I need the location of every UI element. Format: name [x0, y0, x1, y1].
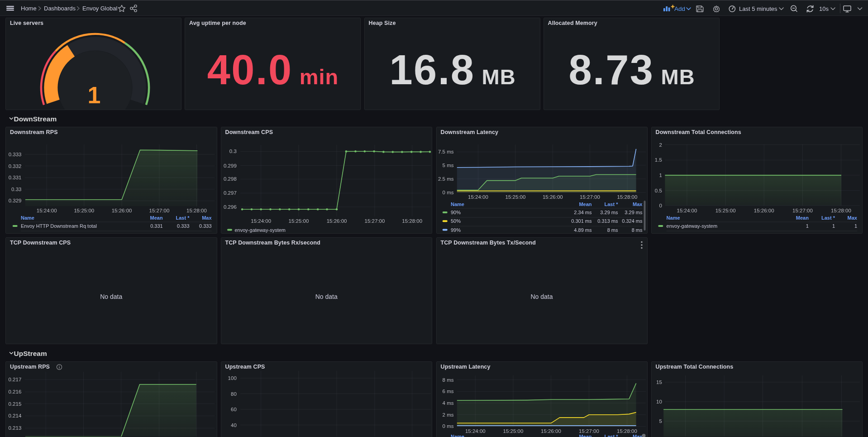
svg-text:0.332: 0.332 [9, 163, 22, 169]
svg-text:4 ms: 4 ms [442, 400, 453, 406]
svg-text:8 ms: 8 ms [442, 377, 453, 383]
svg-text:0.298: 0.298 [224, 176, 237, 182]
svg-text:15:25:00: 15:25:00 [503, 428, 523, 434]
svg-text:Last 5 minutes: Last 5 minutes [739, 5, 777, 12]
svg-text:15:27:00: 15:27:00 [149, 208, 170, 213]
svg-text:0 ms: 0 ms [442, 423, 453, 429]
svg-text:3.29 ms: 3.29 ms [600, 210, 618, 215]
svg-text:0.3: 0.3 [229, 149, 236, 154]
svg-text:4.89 ms: 4.89 ms [574, 227, 592, 233]
svg-text:0.217: 0.217 [9, 377, 22, 382]
svg-text:1: 1 [659, 173, 662, 178]
svg-text:Dashboards: Dashboards [44, 5, 76, 12]
svg-text:15:26:00: 15:26:00 [541, 428, 561, 434]
svg-text:8 ms: 8 ms [607, 227, 618, 233]
svg-text:Home: Home [21, 5, 37, 12]
svg-text:1: 1 [88, 82, 101, 108]
svg-text:80: 80 [231, 391, 237, 397]
svg-text:0.333: 0.333 [9, 152, 22, 157]
svg-text:DownStream: DownStream [14, 115, 57, 123]
svg-text:2.34 ms: 2.34 ms [574, 210, 592, 215]
svg-text:15:27:00: 15:27:00 [364, 218, 385, 224]
svg-text:15:28:00: 15:28:00 [186, 208, 207, 213]
svg-text:3.29 ms: 3.29 ms [625, 210, 643, 215]
svg-text:Name: Name [451, 202, 464, 207]
svg-text:10: 10 [656, 399, 662, 404]
svg-text:40.0min: 40.0min [207, 47, 339, 93]
svg-text:Last *: Last * [821, 215, 835, 221]
svg-text:2.5 ms: 2.5 ms [438, 176, 453, 182]
svg-text:15:28:00: 15:28:00 [617, 428, 637, 434]
svg-text:15:24:00: 15:24:00 [677, 208, 697, 213]
svg-text:UpStream: UpStream [14, 350, 47, 357]
svg-text:1: 1 [854, 223, 857, 229]
svg-text:Add: Add [674, 5, 685, 12]
svg-text:0.214: 0.214 [9, 413, 22, 418]
svg-text:Mean: Mean [579, 202, 591, 207]
svg-text:2: 2 [659, 142, 662, 148]
svg-text:0.33: 0.33 [11, 187, 21, 192]
svg-text:Max: Max [633, 434, 643, 437]
svg-text:envoy-gateway-system: envoy-gateway-system [666, 223, 717, 229]
svg-text:0.213: 0.213 [9, 425, 22, 431]
svg-text:15:25:00: 15:25:00 [715, 208, 735, 213]
svg-text:1: 1 [806, 223, 808, 229]
svg-text:Name: Name [451, 434, 464, 437]
svg-text:Mean: Mean [579, 434, 591, 437]
svg-text:0.333: 0.333 [177, 223, 190, 229]
svg-text:15:28:00: 15:28:00 [402, 218, 422, 224]
svg-text:2 ms: 2 ms [442, 412, 453, 418]
svg-text:0.299: 0.299 [224, 163, 237, 168]
svg-text:0.331: 0.331 [9, 175, 22, 180]
svg-text:0.215: 0.215 [9, 401, 22, 407]
svg-text:Max: Max [202, 215, 212, 221]
svg-text:Last *: Last * [604, 202, 618, 207]
svg-text:Max: Max [633, 202, 643, 207]
svg-text:50%: 50% [451, 218, 461, 224]
svg-text:15:26:00: 15:26:00 [542, 194, 563, 200]
svg-text:Last *: Last * [604, 434, 618, 437]
svg-text:7.5 ms: 7.5 ms [438, 149, 453, 154]
svg-text:100: 100 [228, 375, 236, 381]
svg-text:Envoy HTTP Downstream Rq total: Envoy HTTP Downstream Rq total [21, 223, 97, 229]
svg-text:Name: Name [666, 215, 680, 221]
svg-text:Mean: Mean [796, 215, 808, 221]
svg-text:15:28:00: 15:28:00 [617, 194, 637, 200]
svg-text:0.331: 0.331 [150, 223, 163, 229]
svg-text:99%: 99% [451, 227, 461, 233]
svg-text:15:24:00: 15:24:00 [37, 208, 57, 213]
svg-text:40: 40 [231, 423, 237, 428]
svg-text:Mean: Mean [150, 215, 163, 221]
svg-text:15:24:00: 15:24:00 [468, 194, 488, 200]
svg-text:0.329: 0.329 [9, 198, 22, 203]
svg-text:15:26:00: 15:26:00 [754, 208, 774, 213]
svg-text:Last *: Last * [176, 215, 190, 221]
svg-text:15:25:00: 15:25:00 [288, 218, 309, 224]
svg-text:0.296: 0.296 [224, 204, 237, 210]
svg-text:0.216: 0.216 [9, 389, 22, 394]
svg-text:15:27:00: 15:27:00 [792, 208, 813, 213]
svg-text:6 ms: 6 ms [442, 389, 453, 394]
svg-text:15:24:00: 15:24:00 [465, 428, 485, 434]
svg-text:Max: Max [847, 215, 857, 221]
svg-text:15:28:00: 15:28:00 [831, 208, 851, 213]
svg-text:Envoy Global: Envoy Global [82, 5, 117, 12]
svg-text:0.301 ms: 0.301 ms [571, 218, 592, 224]
svg-text:15:24:00: 15:24:00 [251, 218, 271, 224]
svg-text:8.73MB: 8.73MB [568, 47, 695, 93]
svg-text:0.333: 0.333 [199, 223, 212, 229]
svg-text:15:25:00: 15:25:00 [505, 194, 525, 200]
svg-text:0.324 ms: 0.324 ms [622, 218, 643, 224]
svg-text:90%: 90% [451, 210, 461, 215]
svg-text:1: 1 [832, 223, 835, 229]
svg-text:15:26:00: 15:26:00 [326, 218, 347, 224]
svg-text:10s: 10s [819, 5, 829, 12]
svg-text:15: 15 [656, 379, 662, 385]
svg-text:60: 60 [231, 407, 237, 412]
svg-text:15:27:00: 15:27:00 [580, 194, 600, 200]
svg-text:0 ms: 0 ms [442, 190, 453, 195]
svg-text:0.297: 0.297 [224, 190, 237, 196]
svg-text:15:25:00: 15:25:00 [74, 208, 94, 213]
svg-text:1.5: 1.5 [654, 157, 662, 163]
svg-text:envoy-gateway-system: envoy-gateway-system [234, 227, 286, 233]
